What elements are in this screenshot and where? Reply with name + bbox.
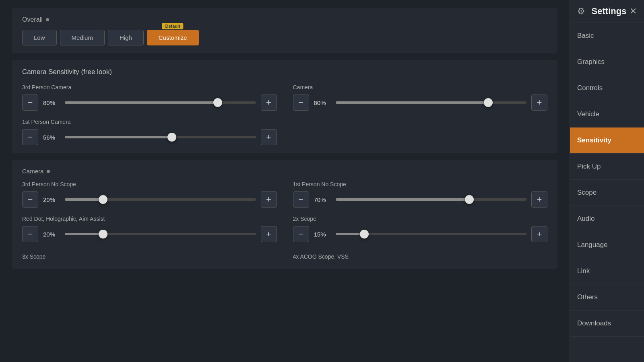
first-person-camera-track[interactable] [65,136,256,138]
btn-low[interactable]: Low [22,30,57,45]
sidebar-item-controls[interactable]: Controls [570,75,644,101]
btn-medium[interactable]: Medium [60,30,105,45]
sidebar-item-others[interactable]: Others [570,284,644,311]
overall-label: Overall [22,16,43,23]
empty-slot [293,119,548,145]
red-dot-track[interactable] [65,233,256,235]
gear-icon: ⚙ [577,6,585,16]
red-dot-row: − 20% + [22,226,277,242]
btn-customize[interactable]: Default Customize [147,30,199,45]
first-no-scope-track[interactable] [336,198,527,201]
third-person-camera-minus[interactable]: − [22,95,38,111]
first-person-camera-value: 56% [43,134,60,141]
third-person-camera-label: 3rd Person Camera [22,84,277,90]
camera-right-plus[interactable]: + [531,95,547,111]
third-person-camera-track[interactable] [65,101,256,104]
sidebar-title: Settings [592,6,627,16]
main-content: Overall Low Medium High Default Customiz… [0,0,570,362]
sidebar-item-link[interactable]: Link [570,258,644,284]
sidebar-item-graphics[interactable]: Graphics [570,49,644,75]
scope-3x-label: 3x Scope [22,253,277,260]
camera-section-dot [47,170,50,173]
camera-right-value: 80% [314,99,331,106]
camera-section: Camera 3rd Person No Scope − 20% + [12,160,557,269]
overall-section: Overall Low Medium High Default Customiz… [12,8,557,53]
third-no-scope-thumb[interactable] [99,195,107,204]
first-no-scope-thumb[interactable] [465,195,474,204]
first-no-scope-fill [336,198,469,201]
camera-section-label: Camera [22,168,547,175]
sidebar-item-sensitivity[interactable]: Sensitivity [570,128,644,154]
sidebar-header: ⚙ Settings ✕ [570,0,644,23]
scope-2x-value: 15% [314,231,331,238]
third-person-camera-plus[interactable]: + [261,95,277,111]
sidebar-item-vehicle[interactable]: Vehicle [570,101,644,128]
red-dot-label: Red Dot, Holographic, Aim Assist [22,216,277,222]
first-person-camera-row: − 56% + [22,129,277,145]
third-no-scope-fill [65,198,103,201]
camera-right-minus[interactable]: − [293,95,309,111]
first-person-camera-thumb[interactable] [167,133,176,142]
scope-2x-group: 2x Scope − 15% + [293,216,548,242]
first-no-scope-label: 1st Person No Scope [293,181,548,187]
camera-right-track[interactable] [336,101,527,104]
camera-section-grid: 3rd Person No Scope − 20% + [22,181,547,261]
third-person-camera-row: − 80% + [22,95,277,111]
red-dot-group: Red Dot, Holographic, Aim Assist − 20% + [22,216,277,242]
sidebar-item-audio[interactable]: Audio [570,206,644,232]
third-no-scope-row: − 20% + [22,191,277,208]
third-no-scope-value: 20% [43,196,60,203]
first-no-scope-row: − 70% + [293,191,548,208]
sidebar-item-downloads[interactable]: Downloads [570,311,644,337]
sidebar-item-scope[interactable]: Scope [570,180,644,206]
default-label: Default [162,23,184,29]
third-no-scope-label: 3rd Person No Scope [22,181,277,187]
camera-right-label: Camera [293,84,548,90]
camera-right-row: − 80% + [293,95,548,111]
camera-sensitivity-section: Camera Sensitivity (free look) 3rd Perso… [12,60,557,153]
first-person-camera-group: 1st Person Camera − 56% + [22,119,277,145]
sidebar-item-language[interactable]: Language [570,232,644,258]
red-dot-plus[interactable]: + [261,226,277,242]
overall-dot [46,18,49,21]
camera-sensitivity-title: Camera Sensitivity (free look) [22,68,547,76]
third-no-scope-group: 3rd Person No Scope − 20% + [22,181,277,208]
third-person-camera-fill [65,101,218,104]
scope-2x-label: 2x Scope [293,216,548,222]
third-person-camera-group: 3rd Person Camera − 80% + [22,84,277,111]
red-dot-minus[interactable]: − [22,226,38,242]
camera-right-thumb[interactable] [484,98,493,107]
red-dot-value: 20% [43,231,60,238]
red-dot-fill [65,233,103,235]
first-person-camera-minus[interactable]: − [22,129,38,145]
scope-2x-thumb[interactable] [360,230,369,239]
third-no-scope-minus[interactable]: − [22,191,38,208]
first-no-scope-plus[interactable]: + [531,191,547,208]
first-person-camera-fill [65,136,172,138]
third-no-scope-plus[interactable]: + [261,191,277,208]
scope-2x-plus[interactable]: + [531,226,547,242]
first-no-scope-value: 70% [314,196,331,203]
first-no-scope-minus[interactable]: − [293,191,309,208]
sidebar-item-basic[interactable]: Basic [570,23,644,49]
first-person-camera-plus[interactable]: + [261,129,277,145]
scope-4x-label: 4x ACOG Scope, VSS [293,253,548,260]
scope-2x-row: − 15% + [293,226,548,242]
red-dot-thumb[interactable] [99,230,107,239]
first-person-camera-label: 1st Person Camera [22,119,277,125]
camera-right-fill [336,101,489,104]
scope-2x-minus[interactable]: − [293,226,309,242]
third-person-camera-value: 80% [43,99,60,106]
sidebar-item-pickup[interactable]: Pick Up [570,154,644,180]
third-no-scope-track[interactable] [65,198,256,201]
third-person-camera-thumb[interactable] [213,98,222,107]
camera-sensitivity-grid: 3rd Person Camera − 80% + [22,84,547,145]
scope-2x-track[interactable] [336,233,527,235]
sidebar: ⚙ Settings ✕ Basic Graphics Controls Veh… [570,0,644,362]
btn-high[interactable]: High [108,30,144,45]
overall-title: Overall [22,16,547,23]
first-no-scope-group: 1st Person No Scope − 70% + [293,181,548,208]
close-icon[interactable]: ✕ [630,6,637,16]
overall-buttons-row: Low Medium High Default Customize [22,30,547,45]
camera-right-group: Camera − 80% + [293,84,548,111]
